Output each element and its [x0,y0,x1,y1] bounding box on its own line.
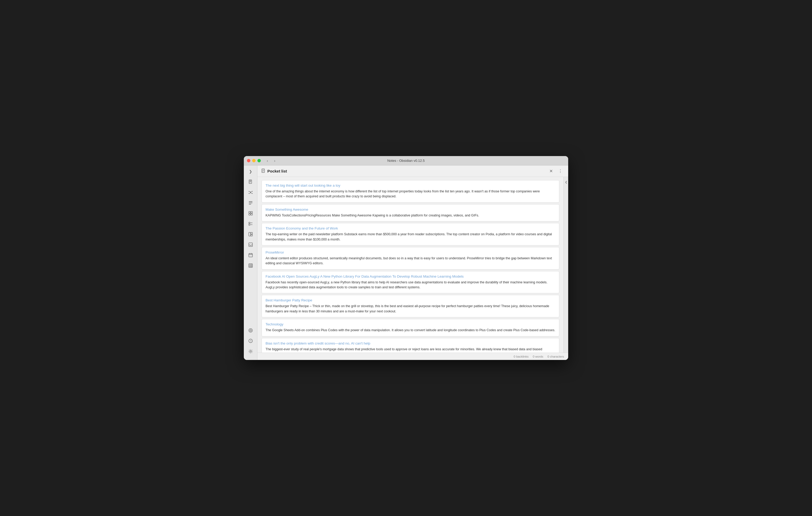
svg-rect-25 [251,232,253,234]
article-excerpt: Facebook has recently open-sourced AugLy… [265,280,555,290]
article-card: Facebook AI Open Sources AugLy A New Pyt… [262,271,559,294]
article-excerpt: One of the amazing things about the inte… [265,189,555,199]
svg-rect-14 [249,203,253,203]
sidebar-icons [246,178,255,326]
help-icon[interactable]: ? [246,336,255,345]
article-card: ProseMirrorAn ideal content editor produ… [262,247,559,270]
svg-point-37 [249,329,253,332]
backlinks-count: 0 backlinks [514,355,529,358]
page-title: Pocket list [267,169,547,173]
main-window: ‹ › Notes - Obsidian v0.12.5 ❯ [244,156,568,360]
header-actions: ✕ ⋮ [547,168,564,175]
tasks-icon[interactable] [246,219,255,228]
article-card: The next big thing will start out lookin… [262,180,559,203]
back-button[interactable]: ‹ [264,158,270,164]
right-panel-toggle[interactable]: ❮ [564,178,569,186]
content-wrapper: The next big thing will start out lookin… [257,177,568,353]
inbox-icon[interactable] [246,240,255,249]
starred-icon[interactable] [246,209,255,218]
article-card: Best Hamburger Patty RecipeBest Hamburge… [262,295,559,317]
article-title[interactable]: ProseMirror [265,250,555,254]
graph-icon[interactable] [246,188,255,197]
table-icon[interactable] [246,261,255,270]
right-panel: ❮ [563,177,568,353]
svg-rect-15 [249,204,251,205]
maximize-button[interactable] [257,159,261,162]
article-card: Bias isn't the only problem with credit … [262,338,559,353]
svg-rect-16 [249,211,250,213]
more-options-button[interactable]: ⋮ [557,168,564,175]
article-excerpt: The top-earning writer on the paid newsl… [265,232,555,242]
close-button[interactable] [247,159,250,162]
pages-icon[interactable] [246,230,255,239]
minimize-button[interactable] [252,159,256,162]
article-excerpt: KAPWING ToolsCollectionsPricingResources… [265,213,555,218]
svg-rect-1 [250,180,251,181]
svg-rect-20 [249,222,250,223]
article-title[interactable]: Best Hamburger Patty Recipe [265,298,555,302]
svg-rect-28 [249,253,253,257]
forward-button[interactable]: › [272,158,278,164]
status-bar: 0 backlinks 0 words 0 characters [257,353,568,360]
svg-point-41 [250,351,252,352]
article-title[interactable]: The next big thing will start out lookin… [265,183,555,187]
svg-rect-32 [249,264,253,267]
content-panel: The next big thing will start out lookin… [257,177,563,353]
snippets-icon[interactable] [246,199,255,207]
files-icon[interactable] [246,178,255,186]
close-panel-button[interactable]: ✕ [547,168,555,175]
publish-icon[interactable] [246,326,255,335]
char-count: 0 characters [548,355,564,358]
titlebar-nav: ‹ › [264,158,278,164]
sidebar-bottom: ? [246,326,255,356]
svg-rect-26 [251,235,253,236]
titlebar: ‹ › Notes - Obsidian v0.12.5 [244,156,568,165]
svg-rect-3 [250,182,251,182]
settings-icon[interactable] [246,347,255,356]
article-excerpt: An ideal content editor produces structu… [265,256,555,266]
article-excerpt: The biggest-ever study of real people's … [265,347,555,353]
svg-rect-27 [249,243,253,246]
document-icon [262,169,265,174]
svg-rect-2 [250,181,251,182]
svg-point-4 [250,192,251,193]
sidebar-toggle[interactable]: ❯ [247,168,255,175]
article-excerpt: Best Hamburger Patty Recipe – Thick or t… [265,304,555,314]
article-title[interactable]: Make Something Awesome [265,208,555,211]
window-title: Notes - Obsidian v0.12.5 [387,159,425,162]
svg-rect-22 [249,224,250,225]
header-bar: Pocket list ✕ ⋮ [257,165,568,177]
app-body: ❯ [244,165,568,360]
article-card: The Passion Economy and the Future of Wo… [262,223,559,245]
svg-rect-13 [249,201,253,202]
article-card: TechnologyThe Google Sheets Add-on combi… [262,319,559,336]
svg-text:?: ? [250,340,252,343]
article-title[interactable]: Bias isn't the only problem with credit … [265,341,555,345]
svg-point-38 [250,330,252,331]
article-title[interactable]: The Passion Economy and the Future of Wo… [265,226,555,230]
main-content: Pocket list ✕ ⋮ The next big thing will … [257,165,568,360]
word-count: 0 words [532,355,543,358]
sidebar: ❯ [244,165,257,360]
article-excerpt: The Google Sheets Add-on combines Plus C… [265,328,555,333]
traffic-lights [247,159,261,162]
svg-rect-19 [251,214,253,215]
svg-rect-18 [249,214,250,215]
svg-rect-24 [249,232,251,236]
article-title[interactable]: Technology [265,322,555,326]
calendar-icon[interactable] [246,251,255,260]
article-title[interactable]: Facebook AI Open Sources AugLy A New Pyt… [265,274,555,278]
svg-rect-17 [251,211,253,213]
article-card: Make Something AwesomeKAPWING ToolsColle… [262,204,559,221]
